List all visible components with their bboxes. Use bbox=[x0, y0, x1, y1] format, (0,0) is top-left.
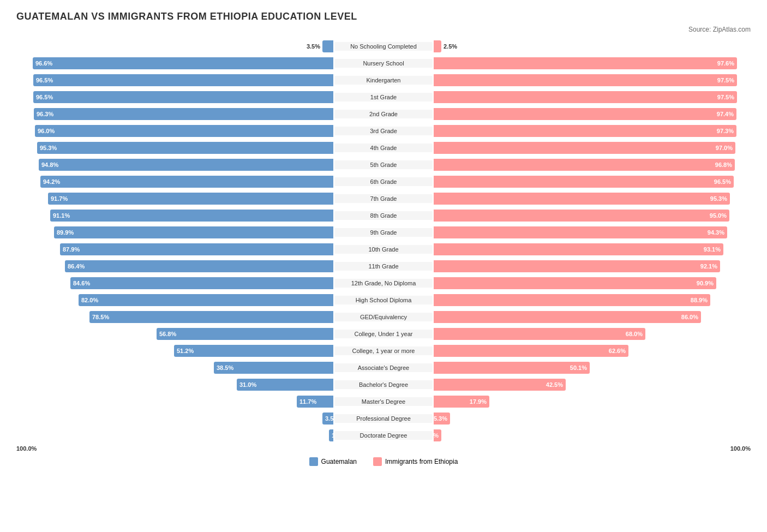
value-label-right: 42.5% bbox=[546, 381, 563, 388]
center-label: No Schooling Completed bbox=[334, 42, 433, 51]
bar-row: 78.5% GED/Equivalency 86.0% bbox=[16, 309, 751, 325]
value-label-right: 17.9% bbox=[470, 398, 487, 405]
bar-blue: 96.5% bbox=[33, 91, 333, 103]
bar-row: 86.4% 11th Grade 92.1% bbox=[16, 259, 751, 274]
value-label-right: 97.4% bbox=[717, 111, 734, 117]
legend-guatemalan: Guatemalan bbox=[309, 457, 357, 466]
center-label: 8th Grade bbox=[334, 211, 433, 220]
bar-pink: 95.0% bbox=[434, 210, 729, 222]
bar-row: 96.5% 1st Grade 97.5% bbox=[16, 89, 751, 105]
bar-pink: 95.3% bbox=[434, 193, 730, 205]
chart-title: GUATEMALAN VS IMMIGRANTS FROM ETHIOPIA E… bbox=[16, 11, 751, 22]
bar-row: 31.0% Bachelor's Degree 42.5% bbox=[16, 377, 751, 392]
center-label: Nursery School bbox=[334, 59, 433, 68]
bar-pink: 92.1% bbox=[434, 260, 720, 272]
bar-pink: 42.5% bbox=[434, 379, 566, 391]
bar-row: 56.8% College, Under 1 year 68.0% bbox=[16, 326, 751, 342]
value-label-left: 94.8% bbox=[41, 162, 58, 168]
legend-ethiopia-box bbox=[373, 457, 382, 466]
left-side: 1.4% bbox=[16, 429, 384, 441]
right-side: 92.1% bbox=[384, 260, 751, 272]
center-label: 9th Grade bbox=[334, 228, 433, 237]
value-label-right: 97.3% bbox=[717, 128, 734, 134]
bar-blue: 94.8% bbox=[39, 159, 333, 171]
value-label-left: 96.0% bbox=[38, 128, 55, 134]
value-label-left: 11.7% bbox=[299, 398, 316, 405]
center-label: Professional Degree bbox=[334, 414, 433, 423]
center-label: Master's Degree bbox=[334, 397, 433, 406]
bar-blue: 82.0% bbox=[79, 294, 333, 306]
bar-blue: 91.1% bbox=[50, 210, 333, 222]
right-side: 97.6% bbox=[384, 57, 751, 69]
value-label-left: 51.2% bbox=[177, 348, 194, 354]
right-side: 86.0% bbox=[384, 311, 751, 323]
right-side: 90.9% bbox=[384, 277, 751, 289]
value-label-left: 87.9% bbox=[63, 246, 80, 253]
bar-row: 96.5% Kindergarten 97.5% bbox=[16, 73, 751, 88]
right-side: 96.8% bbox=[384, 159, 751, 171]
value-label-right: 88.9% bbox=[691, 297, 708, 303]
bar-pink: 50.1% bbox=[434, 362, 590, 374]
right-side: 97.5% bbox=[384, 91, 751, 103]
left-side: 96.0% bbox=[16, 125, 384, 137]
bar-pink: 93.1% bbox=[434, 243, 723, 255]
right-side: 97.4% bbox=[384, 108, 751, 120]
bar-pink: 86.0% bbox=[434, 311, 701, 323]
value-right: 2.5% bbox=[444, 43, 457, 50]
bar-row: 96.3% 2nd Grade 97.4% bbox=[16, 106, 751, 122]
bar-pink: 97.4% bbox=[434, 108, 736, 120]
center-label: Bachelor's Degree bbox=[334, 380, 433, 389]
legend-ethiopia-label: Immigrants from Ethiopia bbox=[385, 458, 458, 465]
value-label-left: 96.5% bbox=[36, 77, 53, 83]
bar-blue: 38.5% bbox=[214, 362, 333, 374]
value-label-right: 95.3% bbox=[710, 195, 727, 202]
value-label-right: 96.8% bbox=[715, 162, 732, 168]
value-label-right: 97.6% bbox=[717, 60, 734, 67]
right-side: 62.6% bbox=[384, 345, 751, 357]
chart-wrapper: GUATEMALAN VS IMMIGRANTS FROM ETHIOPIA E… bbox=[16, 11, 751, 466]
left-side: 91.1% bbox=[16, 210, 384, 222]
value-label-right: 97.5% bbox=[717, 94, 734, 100]
value-label-right: 62.6% bbox=[609, 348, 626, 354]
axis-left: 100.0% bbox=[16, 445, 37, 452]
bar-blue: 78.5% bbox=[89, 311, 333, 323]
value-label-right: 96.5% bbox=[714, 178, 731, 185]
right-side: 93.1% bbox=[384, 243, 751, 255]
bar-row: 91.1% 8th Grade 95.0% bbox=[16, 208, 751, 223]
center-label: 2nd Grade bbox=[334, 110, 433, 118]
center-label: 3rd Grade bbox=[334, 127, 433, 135]
value-label-right: 68.0% bbox=[626, 331, 643, 337]
bar-row: 96.0% 3rd Grade 97.3% bbox=[16, 123, 751, 139]
left-side: 82.0% bbox=[16, 294, 384, 306]
legend-guatemalan-box bbox=[309, 457, 318, 466]
bar-pink: 90.9% bbox=[434, 277, 716, 289]
left-side: 94.2% bbox=[16, 176, 384, 188]
value-label-left: 96.6% bbox=[35, 60, 52, 67]
bar-row: 87.9% 10th Grade 93.1% bbox=[16, 242, 751, 257]
right-side: 96.5% bbox=[384, 176, 751, 188]
axis-right: 100.0% bbox=[730, 445, 751, 452]
center-label: 6th Grade bbox=[334, 177, 433, 186]
bar-blue: 56.8% bbox=[157, 328, 333, 340]
center-label: 12th Grade, No Diploma bbox=[334, 279, 433, 288]
bar-pink: 94.3% bbox=[434, 226, 727, 238]
right-side: 94.3% bbox=[384, 226, 751, 238]
bar-blue: 84.6% bbox=[70, 277, 333, 289]
left-side: 3.5% bbox=[16, 413, 384, 425]
value-label-left: 95.3% bbox=[40, 145, 57, 151]
bar-blue: 1.4% bbox=[329, 429, 333, 441]
left-side: 86.4% bbox=[16, 260, 384, 272]
left-side: 95.3% bbox=[16, 142, 384, 154]
center-label: Doctorate Degree bbox=[334, 431, 433, 440]
bar-row: 11.7% Master's Degree 17.9% bbox=[16, 394, 751, 409]
center-label: 11th Grade bbox=[334, 262, 433, 271]
left-side: 38.5% bbox=[16, 362, 384, 374]
value-label-left: 86.4% bbox=[68, 263, 85, 270]
bar-pink: 68.0% bbox=[434, 328, 645, 340]
bar-row: 84.6% 12th Grade, No Diploma 90.9% bbox=[16, 276, 751, 291]
value-label-right: 97.5% bbox=[717, 77, 734, 83]
bar-pink: 96.5% bbox=[434, 176, 734, 188]
center-label: College, 1 year or more bbox=[334, 346, 433, 355]
bar-pink: 88.9% bbox=[434, 294, 710, 306]
bar-pink: 97.6% bbox=[434, 57, 737, 69]
